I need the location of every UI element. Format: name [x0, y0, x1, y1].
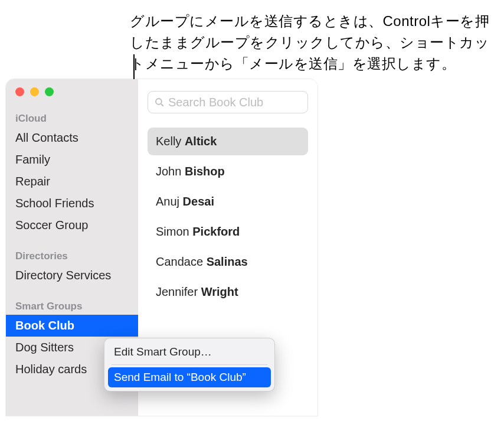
minimize-icon[interactable]: [30, 87, 39, 96]
menu-item-send-email[interactable]: Send Email to “Book Club”: [108, 367, 271, 387]
contact-last-name: Salinas: [207, 255, 248, 268]
contact-last-name: Bishop: [185, 165, 225, 178]
search-input[interactable]: Search Book Club: [148, 91, 308, 113]
sidebar-item[interactable]: Directory Services: [6, 265, 138, 286]
contact-first-name: John: [156, 165, 185, 178]
contact-row[interactable]: Simon Pickford: [148, 218, 308, 246]
sidebar-item[interactable]: All Contacts: [6, 127, 138, 149]
window-controls: [6, 87, 138, 96]
contact-row[interactable]: John Bishop: [148, 158, 308, 185]
close-icon[interactable]: [15, 87, 24, 96]
contact-first-name: Candace: [156, 255, 207, 268]
menu-separator: [112, 364, 267, 365]
contact-first-name: Anuj: [156, 195, 183, 208]
zoom-icon[interactable]: [45, 87, 54, 96]
sidebar-item[interactable]: Book Club: [6, 315, 138, 337]
search-icon: [154, 97, 165, 107]
sidebar-section-header: iCloud: [6, 109, 138, 127]
contact-first-name: Jennifer: [156, 285, 201, 298]
contact-list: Kelly AltickJohn BishopAnuj DesaiSimon P…: [138, 128, 318, 306]
contact-first-name: Kelly: [156, 135, 185, 148]
menu-item-edit-smart-group[interactable]: Edit Smart Group…: [108, 342, 271, 362]
sidebar-section-header: Directories: [6, 247, 138, 265]
contact-last-name: Desai: [183, 195, 214, 208]
contact-row[interactable]: Anuj Desai: [148, 188, 308, 216]
contact-row[interactable]: Kelly Altick: [148, 128, 308, 155]
contact-last-name: Altick: [185, 135, 217, 148]
contact-last-name: Pickford: [192, 225, 240, 238]
sidebar-item[interactable]: School Friends: [6, 193, 138, 214]
sidebar-item[interactable]: Repair: [6, 171, 138, 193]
instruction-caption: グループにメールを送信するときは、Controlキーを押したままグループをクリッ…: [130, 11, 496, 74]
contact-row[interactable]: Candace Salinas: [148, 248, 308, 276]
sidebar-section-header: Smart Groups: [6, 297, 138, 315]
contact-first-name: Simon: [156, 225, 192, 238]
search-placeholder: Search Book Club: [168, 96, 263, 109]
svg-line-1: [161, 104, 163, 106]
contact-last-name: Wright: [201, 285, 238, 298]
context-menu: Edit Smart Group… Send Email to “Book Cl…: [104, 338, 275, 392]
sidebar-item[interactable]: Family: [6, 149, 138, 171]
svg-point-0: [156, 99, 162, 105]
sidebar-item[interactable]: Soccer Group: [6, 214, 138, 236]
contact-row[interactable]: Jennifer Wright: [148, 278, 308, 306]
